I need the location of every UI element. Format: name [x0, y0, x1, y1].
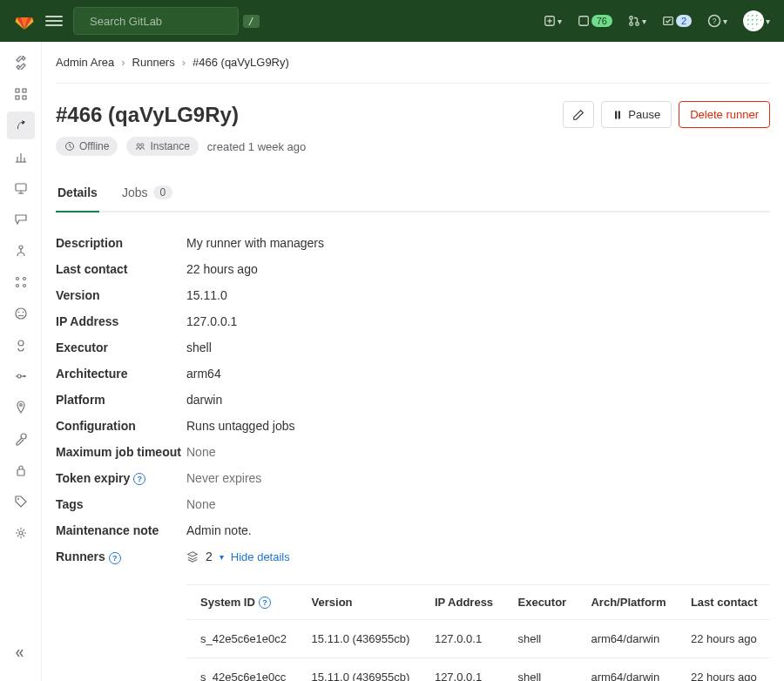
tab-jobs-label: Jobs [122, 185, 148, 199]
menu-toggle[interactable] [45, 12, 63, 30]
sidebar-item-labels[interactable] [7, 488, 35, 516]
svg-point-29 [17, 312, 19, 314]
merge-requests-link[interactable]: ▾ [628, 15, 646, 27]
value-executor: shell [186, 340, 212, 354]
sidebar-item-applications[interactable] [7, 268, 35, 296]
svg-point-24 [16, 278, 18, 280]
sidebar-item-spam[interactable] [7, 362, 35, 390]
pause-button[interactable]: Pause [601, 101, 672, 128]
label-arch: Architecture [56, 367, 186, 381]
search-box[interactable]: / [73, 7, 239, 35]
svg-point-33 [17, 374, 21, 378]
sidebar-item-cicd[interactable] [7, 111, 35, 139]
th-last-contact: Last contact [679, 584, 770, 620]
th-ip: IP Address [422, 584, 506, 620]
svg-point-46 [141, 144, 144, 146]
search-input[interactable] [90, 15, 236, 28]
sidebar-item-admin[interactable] [7, 49, 35, 77]
svg-point-34 [23, 375, 24, 377]
value-maint: Admin note. [186, 523, 252, 537]
svg-rect-37 [17, 469, 24, 475]
todos-link[interactable]: 2 [662, 15, 692, 27]
label-last-contact: Last contact [56, 262, 186, 276]
svg-rect-15 [23, 96, 26, 99]
svg-point-30 [22, 312, 24, 314]
svg-rect-13 [23, 89, 26, 92]
chevron-down-icon: ▾ [220, 552, 224, 562]
svg-point-35 [19, 404, 22, 407]
new-menu[interactable]: ▾ [544, 15, 562, 27]
svg-point-31 [18, 340, 24, 346]
cell-ip: 127.0.0.1 [422, 658, 506, 681]
help-menu[interactable]: ? ▾ [707, 14, 727, 28]
sidebar-item-deploy-keys[interactable] [7, 425, 35, 453]
sidebar-item-kubernetes[interactable] [7, 331, 35, 359]
svg-point-6 [630, 17, 633, 20]
tab-jobs[interactable]: Jobs 0 [120, 177, 174, 212]
avatar [743, 10, 764, 31]
svg-point-7 [630, 23, 633, 26]
help-icon[interactable]: ? [133, 473, 145, 485]
gitlab-logo[interactable] [14, 10, 35, 31]
svg-line-44 [70, 146, 71, 148]
topbar: / ▾ 76 ▾ 2 ? ▾ ▾ [0, 0, 784, 42]
svg-point-39 [19, 531, 23, 535]
value-version: 15.11.0 [186, 288, 227, 302]
value-description: My runner with managers [186, 236, 324, 250]
breadcrumb-admin[interactable]: Admin Area [56, 56, 114, 69]
cell-ip: 127.0.0.1 [422, 620, 506, 658]
edit-button[interactable] [563, 101, 594, 128]
svg-point-28 [16, 308, 26, 319]
sidebar-item-hooks[interactable] [7, 237, 35, 265]
breadcrumb-runners[interactable]: Runners [132, 56, 175, 69]
sidebar-item-settings[interactable] [7, 519, 35, 547]
pause-label: Pause [628, 108, 660, 121]
page-title: #466 (qaVyLG9Ry) [56, 103, 239, 127]
label-runners: Runners? [56, 550, 186, 563]
search-kbd: / [243, 15, 260, 28]
issues-link[interactable]: 76 [578, 15, 612, 27]
created-text: created 1 week ago [207, 140, 306, 153]
label-executor: Executor [56, 340, 186, 354]
runners-count: 2 [206, 550, 213, 563]
status-label: Offline [79, 140, 109, 152]
sidebar-item-overview[interactable] [7, 80, 35, 108]
value-platform: darwin [186, 393, 222, 407]
value-tags: None [186, 497, 215, 511]
sidebar-item-messages[interactable] [7, 206, 35, 233]
value-config: Runs untagged jobs [186, 419, 295, 433]
hide-details-link[interactable]: Hide details [231, 550, 290, 563]
th-sysid: System ID? [186, 584, 300, 620]
sidebar-item-geo[interactable] [7, 394, 35, 421]
sidebar-collapse[interactable] [7, 639, 35, 667]
label-ip: IP Address [56, 314, 186, 328]
sidebar-item-analytics[interactable] [7, 143, 35, 171]
value-arch: arm64 [186, 367, 221, 381]
tab-details-label: Details [57, 185, 98, 199]
sidebar-item-abuse[interactable] [7, 300, 35, 327]
th-archplat: Arch/Platform [578, 584, 678, 620]
sidebar-item-monitoring[interactable] [7, 174, 35, 202]
help-icon[interactable]: ? [259, 597, 271, 609]
svg-point-23 [19, 246, 23, 249]
label-timeout: Maximum job timeout [56, 445, 186, 459]
value-last-contact: 22 hours ago [186, 262, 258, 276]
svg-rect-12 [16, 89, 19, 92]
pencil-icon [572, 109, 585, 121]
svg-rect-14 [16, 96, 19, 99]
cell-version: 15.11.0 (436955cb) [300, 620, 422, 658]
svg-rect-40 [615, 111, 617, 118]
cell-archplat: arm64/darwin [578, 620, 678, 658]
label-description: Description [56, 236, 186, 250]
user-menu[interactable]: ▾ [743, 10, 770, 31]
delete-button[interactable]: Delete runner [679, 101, 770, 128]
sidebar-item-credentials[interactable] [7, 456, 35, 484]
cell-version: 15.11.0 (436955cb) [300, 658, 422, 681]
sidebar [0, 42, 42, 681]
breadcrumb: Admin Area › Runners › #466 (qaVyLG9Ry) [56, 42, 770, 83]
details-section: DescriptionMy runner with managers Last … [56, 230, 770, 681]
delete-label: Delete runner [690, 108, 759, 121]
tab-details[interactable]: Details [56, 177, 99, 212]
issues-count: 76 [591, 15, 612, 27]
help-icon[interactable]: ? [109, 552, 121, 564]
